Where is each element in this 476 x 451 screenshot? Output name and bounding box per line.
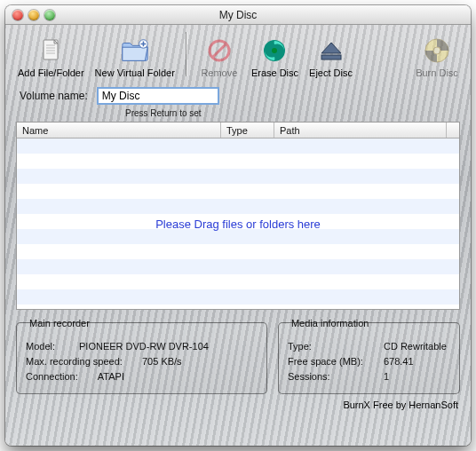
eject-icon (316, 36, 346, 66)
panel-legend: Media information (288, 316, 372, 331)
folder-plus-icon (120, 36, 150, 66)
free-value: 678.41 (384, 354, 414, 369)
col-name[interactable]: Name (17, 123, 221, 138)
volume-row: Volume name: (5, 82, 471, 107)
erase-disc-button[interactable]: Erase Disc (246, 28, 304, 80)
forbidden-icon (204, 36, 234, 66)
add-file-folder-button[interactable]: Add File/Folder (12, 28, 90, 80)
toolbar: Add File/Folder New Virtual Folder (5, 25, 471, 82)
speed-label: Max. recording speed: (26, 354, 123, 369)
col-path[interactable]: Path (274, 123, 447, 138)
toolbar-label: Eject Disc (309, 67, 353, 78)
app-window: My Disc Add File/Folder (5, 5, 471, 446)
toolbar-label: Erase Disc (251, 67, 298, 78)
col-scroll (447, 123, 459, 138)
svg-point-12 (272, 48, 277, 53)
swirl-disc-icon (259, 36, 290, 66)
conn-label: Connection: (26, 369, 78, 384)
new-virtual-folder-button[interactable]: New Virtual Folder (90, 28, 180, 80)
media-info-panel: Media information Type:CD Rewritable Fre… (278, 322, 460, 394)
volume-label: Volume name: (20, 90, 88, 102)
empty-message: Please Drag files or folders here (155, 218, 321, 231)
type-label: Type: (288, 339, 377, 354)
toolbar-label: Add File/Folder (18, 67, 84, 78)
svg-marker-13 (321, 43, 341, 53)
toolbar-label: Remove (201, 67, 237, 78)
speed-value: 705 KB/s (142, 354, 182, 369)
svg-line-10 (213, 44, 226, 57)
main-recorder-panel: Main recorder Model:PIONEER DVD-RW DVR-1… (16, 322, 267, 394)
file-table: Name Type Path Please Drag files or fold… (16, 122, 460, 310)
svg-rect-14 (321, 55, 341, 59)
toolbar-separator (186, 32, 187, 76)
col-type[interactable]: Type (221, 123, 274, 138)
free-label: Free space (MB): (288, 354, 377, 369)
model-label: Model: (26, 339, 72, 354)
window-title: My Disc (5, 9, 471, 21)
volume-hint: Press Return to set (125, 108, 471, 118)
svg-point-16 (433, 47, 440, 54)
sessions-label: Sessions: (288, 369, 377, 384)
remove-button: Remove (193, 28, 246, 80)
table-header: Name Type Path (17, 123, 459, 138)
table-body-dropzone[interactable]: Please Drag files or folders here (17, 138, 459, 309)
toolbar-label: New Virtual Folder (95, 67, 175, 78)
info-panels: Main recorder Model:PIONEER DVD-RW DVR-1… (16, 322, 460, 394)
eject-disc-button[interactable]: Eject Disc (304, 28, 358, 80)
model-value: PIONEER DVD-RW DVR-104 (79, 339, 209, 354)
toolbar-label: Burn Disc (416, 67, 458, 78)
conn-value: ATAPI (98, 369, 124, 384)
burn-icon (422, 36, 452, 66)
sessions-value: 1 (384, 369, 389, 384)
file-icon (36, 36, 66, 66)
type-value: CD Rewritable (384, 339, 447, 354)
panel-legend: Main recorder (26, 316, 93, 331)
titlebar: My Disc (5, 5, 471, 25)
volume-name-input[interactable] (97, 87, 219, 105)
credit-text: BurnX Free by HernanSoft (5, 400, 471, 415)
burn-disc-button: Burn Disc (410, 28, 464, 80)
